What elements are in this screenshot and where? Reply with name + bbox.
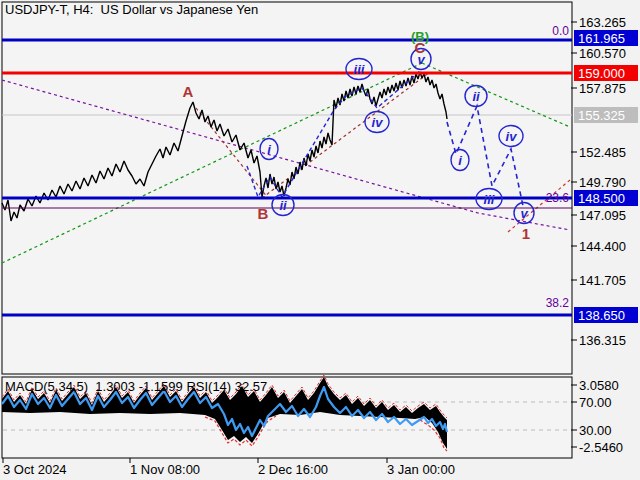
price-axis-label: 155.325 bbox=[578, 108, 625, 123]
price-axis-label: 149.790 bbox=[579, 175, 626, 190]
time-axis-label: 3 Jan 00:00 bbox=[387, 462, 455, 477]
price-axis-label: 160.570 bbox=[579, 46, 626, 61]
wave-letter-A: A bbox=[183, 83, 194, 100]
time-axis-label: 1 Nov 08:00 bbox=[130, 462, 200, 477]
wave-letter-B: B bbox=[258, 205, 269, 222]
price-axis-label: 138.650 bbox=[578, 308, 625, 323]
fib-label-0.0: 0.0 bbox=[552, 24, 569, 38]
wave-numeral: i bbox=[458, 153, 462, 168]
price-axis-label: 159.000 bbox=[578, 66, 625, 81]
price-axis-label: 152.485 bbox=[579, 145, 626, 160]
wave-numeral: iii bbox=[354, 62, 365, 77]
indicator-title: MACD(5,34,5) 1.3003 -1.1599 RSI(14) 32.5… bbox=[5, 379, 267, 394]
price-axis-label: 136.315 bbox=[579, 333, 626, 348]
price-axis-label: 147.095 bbox=[579, 208, 626, 223]
time-axis-label: 2 Dec 16:00 bbox=[258, 462, 328, 477]
price-axis-label: 144.400 bbox=[579, 239, 626, 254]
wave-numeral: ii bbox=[472, 89, 480, 104]
indicator-axis-label: -2.5460 bbox=[579, 440, 623, 455]
time-axis-label: 3 Oct 2024 bbox=[3, 462, 67, 477]
indicator-axis-label: 3.0580 bbox=[579, 378, 619, 393]
wave-numeral: iv bbox=[372, 115, 384, 130]
indicator-axis-label: 30.00 bbox=[579, 423, 612, 438]
chart-canvas: iiiiiiivviiiiiiivvABC1(B)0.023.638.2163.… bbox=[0, 0, 640, 480]
price-axis-label: 163.265 bbox=[579, 15, 626, 30]
price-axis-label: 157.875 bbox=[579, 81, 626, 96]
chart-title: USDJPY-T, H4: US Dollar vs Japanese Yen bbox=[5, 2, 258, 17]
wave-letter-(B): (B) bbox=[411, 29, 429, 44]
fib-label-38.2: 38.2 bbox=[546, 296, 570, 310]
fib-label-23.6: 23.6 bbox=[546, 191, 570, 205]
indicator-axis-label: 70.00 bbox=[579, 395, 612, 410]
price-axis-label: 148.500 bbox=[578, 191, 625, 206]
wave-numeral: v bbox=[520, 206, 528, 221]
price-axis-label: 161.965 bbox=[578, 31, 625, 46]
price-axis-label: 141.705 bbox=[579, 273, 626, 288]
wave-numeral: i bbox=[267, 142, 271, 157]
wave-numeral: iii bbox=[484, 192, 495, 207]
trading-chart-window: { "window": { "title": "USDJPY-T, H4: US… bbox=[0, 0, 640, 480]
wave-numeral: iv bbox=[506, 129, 518, 144]
wave-letter-1: 1 bbox=[522, 225, 530, 242]
wave-numeral: ii bbox=[279, 198, 287, 213]
